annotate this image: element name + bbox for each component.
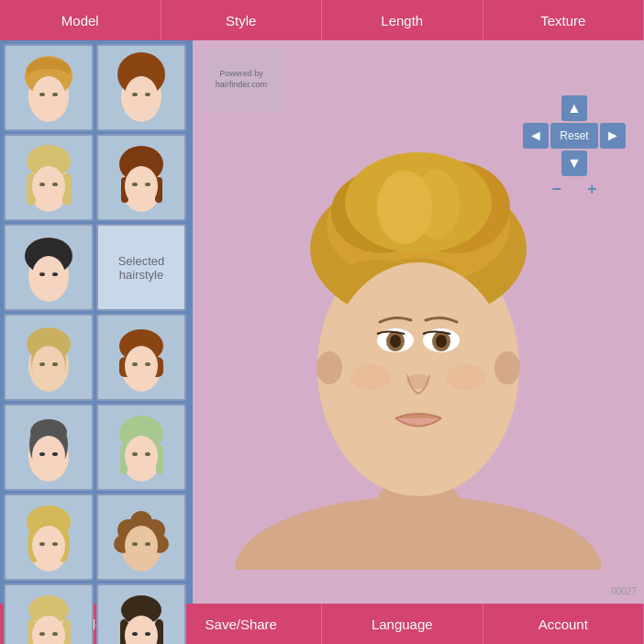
tab-length[interactable]: Length: [322, 0, 483, 40]
svg-point-50: [52, 452, 58, 456]
list-item[interactable]: [4, 224, 94, 311]
svg-point-79: [39, 632, 45, 636]
svg-point-108: [436, 335, 447, 348]
top-navigation: Model Style Length Texture: [0, 0, 644, 40]
svg-point-73: [145, 542, 150, 546]
svg-point-55: [125, 436, 158, 476]
svg-point-37: [52, 362, 58, 366]
svg-point-24: [132, 183, 138, 186]
svg-point-35: [32, 346, 65, 386]
svg-point-89: [235, 496, 602, 570]
list-item[interactable]: [96, 404, 186, 491]
bottom-item-language[interactable]: Language: [322, 604, 483, 644]
list-item[interactable]: [96, 494, 186, 581]
svg-point-86: [132, 632, 138, 636]
svg-point-43: [145, 362, 150, 366]
svg-point-28: [32, 256, 65, 296]
svg-point-17: [39, 183, 45, 186]
svg-point-64: [52, 542, 58, 546]
svg-point-41: [125, 346, 158, 386]
svg-point-109: [407, 374, 429, 389]
sidebar-row-5: [4, 404, 189, 491]
svg-point-16: [32, 166, 65, 206]
sidebar-row-7: [4, 583, 189, 644]
sidebar: Selected hairstyle: [0, 40, 193, 604]
svg-point-72: [132, 542, 138, 546]
svg-point-71: [125, 526, 158, 566]
svg-point-97: [414, 170, 460, 239]
canvas-area: Powered by hairfinder.com ▲ ◄ Reset ► ▼ …: [193, 40, 644, 604]
svg-point-57: [145, 452, 150, 456]
bottom-item-account[interactable]: Account: [483, 604, 645, 644]
list-item[interactable]: [4, 314, 94, 401]
list-item[interactable]: [4, 134, 94, 221]
list-item[interactable]: [96, 134, 186, 221]
tab-texture[interactable]: Texture: [483, 0, 645, 40]
svg-point-107: [390, 335, 401, 348]
version-tag: 00027: [611, 586, 637, 596]
svg-point-4: [32, 76, 65, 117]
svg-point-42: [132, 362, 138, 366]
main-layout: Selected hairstyle: [0, 40, 644, 604]
list-item[interactable]: [96, 314, 186, 401]
svg-point-56: [132, 452, 138, 456]
svg-point-6: [52, 93, 58, 96]
svg-point-110: [350, 364, 391, 390]
svg-point-62: [32, 526, 65, 566]
sidebar-row-4: [4, 314, 189, 401]
svg-point-11: [145, 93, 150, 96]
sidebar-row-6: [4, 494, 189, 581]
svg-point-111: [446, 364, 486, 390]
list-item[interactable]: [96, 44, 186, 131]
svg-point-9: [125, 76, 158, 117]
svg-point-48: [32, 436, 65, 476]
selected-hairstyle-label: Selected hairstyle: [105, 254, 177, 282]
list-item[interactable]: [96, 583, 186, 644]
sidebar-row-3: Selected hairstyle: [4, 224, 189, 311]
svg-point-102: [494, 351, 520, 384]
svg-point-23: [125, 166, 158, 206]
svg-point-5: [39, 93, 45, 96]
svg-point-87: [145, 632, 150, 636]
list-item[interactable]: [4, 404, 94, 491]
svg-point-63: [39, 542, 45, 546]
face-illustration: [235, 74, 602, 570]
list-item[interactable]: Selected hairstyle: [96, 224, 186, 311]
tab-style[interactable]: Style: [161, 0, 323, 40]
svg-point-36: [39, 362, 45, 366]
sidebar-row-2: [4, 134, 189, 221]
svg-point-101: [316, 351, 342, 384]
list-item[interactable]: [4, 44, 94, 131]
list-item[interactable]: [4, 494, 94, 581]
svg-point-25: [145, 183, 150, 186]
svg-point-49: [39, 452, 45, 456]
svg-point-10: [132, 93, 138, 96]
tab-model[interactable]: Model: [0, 0, 161, 40]
svg-point-30: [52, 272, 58, 276]
svg-point-29: [39, 272, 45, 276]
list-item[interactable]: [4, 583, 94, 644]
main-face-canvas: [226, 61, 611, 583]
svg-point-18: [52, 183, 58, 186]
svg-point-80: [52, 632, 58, 636]
sidebar-row-1: [4, 44, 189, 131]
